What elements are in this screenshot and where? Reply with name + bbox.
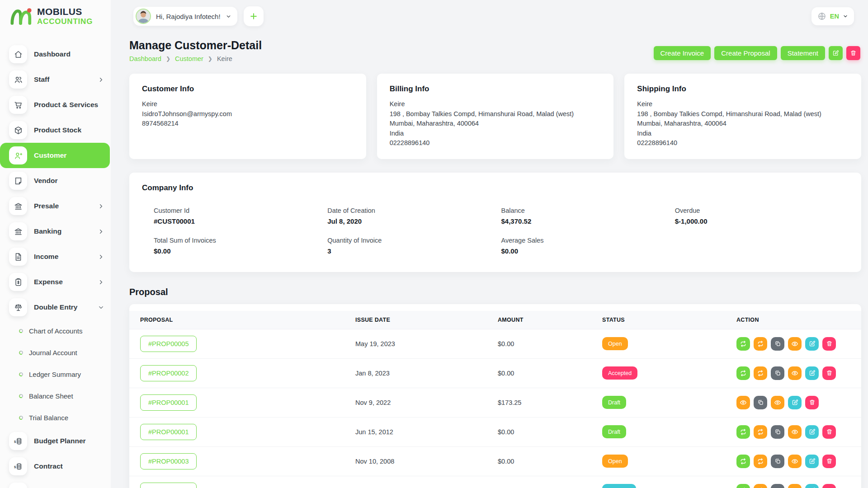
view-button[interactable] [788, 425, 802, 439]
eye-icon [791, 340, 798, 347]
edit-button[interactable] [805, 337, 819, 351]
sidebar-item-expense[interactable]: Expense [0, 269, 111, 295]
convert-button[interactable] [736, 425, 750, 439]
delete-button[interactable] [805, 396, 819, 409]
app-logo[interactable]: MOBILUS ACCOUNTING [0, 0, 111, 33]
edit-customer-button[interactable] [829, 46, 843, 60]
duplicate-button[interactable] [771, 455, 784, 468]
convert-button[interactable] [754, 337, 767, 351]
status-badge: Draft [602, 425, 626, 438]
page-title: Manage Customer-Detail [129, 39, 262, 52]
breadcrumb-item-customer[interactable]: Customer [175, 55, 203, 62]
company-field-total-sum-of-invoices: Total Sum of Invoices $0.00 [154, 237, 327, 255]
proposal-number-link[interactable]: #PROP00001 [140, 424, 197, 440]
view-button[interactable] [788, 337, 802, 351]
info-line: 198 , Bombay Talkies Compd, Himanshurai … [390, 109, 601, 119]
customer-info-card: Customer Info KeireIsidroTJohnson@armysp… [129, 74, 366, 159]
column-header-status: STATUS [602, 317, 736, 323]
delete-button[interactable] [822, 455, 836, 468]
shipping-info-lines: Keire198 , Bombay Talkies Compd, Himansh… [637, 99, 849, 148]
duplicate-button[interactable] [771, 484, 784, 488]
convert-button[interactable] [754, 425, 767, 439]
convert-button[interactable] [754, 366, 767, 380]
convert-button[interactable] [736, 455, 750, 468]
convert-button[interactable] [754, 455, 767, 468]
duplicate-button[interactable] [771, 366, 784, 380]
logo-m-icon [10, 7, 33, 25]
eye-icon [791, 428, 798, 436]
sidebar-subitem-ledger-summary[interactable]: Ledger Summary [0, 363, 111, 385]
delete-button[interactable] [822, 337, 836, 351]
sidebar-item-label: Vendor [34, 177, 58, 185]
delete-button[interactable] [822, 366, 836, 380]
edit-button[interactable] [805, 484, 819, 488]
edit-button[interactable] [805, 455, 819, 468]
card-title: Customer Info [142, 84, 354, 94]
sidebar-menu: DashboardStaffProduct & ServicesProduct … [0, 33, 111, 488]
create-proposal-button[interactable]: Create Proposal [714, 46, 777, 60]
duplicate-button[interactable] [771, 337, 784, 351]
statement-button[interactable]: Statement [781, 46, 825, 60]
eye-icon [740, 399, 747, 406]
convert-button[interactable] [736, 366, 750, 380]
box-icon [9, 121, 27, 139]
sidebar-item-contract[interactable]: $Contract [0, 454, 111, 479]
sidebar-item-income[interactable]: Income [0, 244, 111, 269]
sidebar-item-customer[interactable]: Customer [0, 143, 110, 168]
field-value: $-1,000.00 [675, 217, 849, 225]
sidebar-item-presale[interactable]: Presale [0, 193, 111, 219]
add-button[interactable] [244, 6, 264, 26]
user-menu[interactable]: Hi, Rajodiya Infotech! [133, 7, 237, 26]
view-button[interactable] [788, 455, 802, 468]
billing-info-card: Billing Info Keire198 , Bombay Talkies C… [377, 74, 614, 159]
avatar [136, 9, 151, 24]
field-value: $4,370.52 [501, 217, 675, 225]
view-button[interactable] [788, 484, 802, 488]
svg-text:$: $ [14, 440, 16, 444]
sidebar-item-product-services[interactable]: Product & Services [0, 92, 111, 117]
status-badge: Declined [602, 484, 636, 488]
proposal-number-link[interactable]: #PROP00002 [140, 365, 197, 381]
sidebar-item-vendor[interactable]: Vendor [0, 168, 111, 193]
proposal-number-link[interactable]: #PROP00010 [140, 483, 197, 488]
breadcrumb-item-dashboard[interactable]: Dashboard [129, 55, 161, 62]
delete-button[interactable] [822, 425, 836, 439]
create-invoice-button[interactable]: Create Invoice [654, 46, 711, 60]
sidebar-item-partial[interactable] [0, 479, 111, 488]
sidebar-item-banking[interactable]: Banking [0, 219, 111, 244]
sidebar-item-budget-planner[interactable]: $Budget Planner [0, 428, 111, 454]
sidebar-subitem-chart-of-accounts[interactable]: Chart of Accounts [0, 320, 111, 342]
view-button[interactable] [736, 396, 750, 409]
proposal-number-link[interactable]: #PROP00005 [140, 336, 197, 352]
edit-button[interactable] [805, 425, 819, 439]
convert-button[interactable] [736, 484, 750, 488]
amount: $0.00 [498, 458, 602, 465]
view-button[interactable] [771, 396, 784, 409]
sidebar-subitem-balance-sheet[interactable]: Balance Sheet [0, 385, 111, 407]
sidebar-item-staff[interactable]: Staff [0, 67, 111, 92]
proposal-number-link[interactable]: #PROP00001 [140, 394, 197, 411]
field-label: Overdue [675, 207, 849, 214]
info-line: 198 , Bombay Talkies Compd, Himanshurai … [637, 109, 849, 119]
duplicate-button[interactable] [771, 425, 784, 439]
sidebar-subitem-journal-account[interactable]: Journal Account [0, 342, 111, 363]
edit-button[interactable] [805, 366, 819, 380]
coins-icon: $ [9, 457, 27, 475]
duplicate-button[interactable] [754, 396, 767, 409]
edit-button[interactable] [788, 396, 802, 409]
sidebar-subitem-trial-balance[interactable]: Trial Balance [0, 407, 111, 428]
sidebar-item-double-entry[interactable]: Double Entry [0, 295, 111, 320]
delete-button[interactable] [822, 484, 836, 488]
sidebar-item-product-stock[interactable]: Product Stock [0, 117, 111, 143]
convert-icon [740, 340, 747, 347]
field-label: Average Sales [501, 237, 675, 244]
customer-info-lines: KeireIsidroTJohnson@armyspy.com897456821… [142, 99, 354, 129]
sidebar-item-dashboard[interactable]: Dashboard [0, 42, 111, 67]
delete-customer-button[interactable] [846, 46, 860, 60]
language-selector[interactable]: EN [811, 7, 854, 25]
view-button[interactable] [788, 366, 802, 380]
proposal-number-link[interactable]: #PROP00003 [140, 453, 197, 469]
proposal-table-body: #PROP00005May 19, 2023$0.00Open#PROP0000… [129, 329, 861, 488]
convert-button[interactable] [736, 337, 750, 351]
convert-button[interactable] [754, 484, 767, 488]
